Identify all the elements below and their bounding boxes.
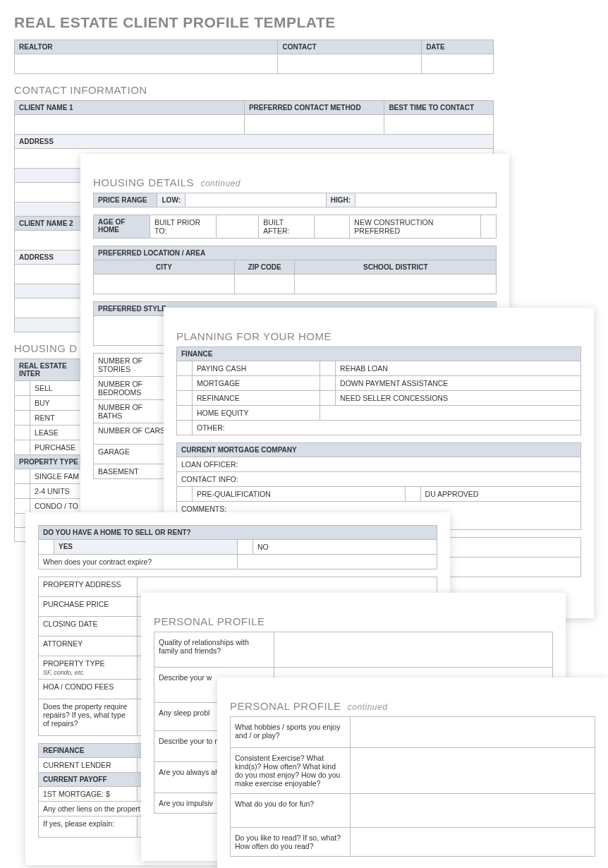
sell-rent-header: DO YOU HAVE A HOME TO SELL OR RENT? — [39, 526, 437, 540]
low-label: LOW: — [157, 193, 186, 207]
chk-purchase[interactable] — [15, 440, 30, 455]
equity-rest — [320, 406, 581, 421]
high-input[interactable] — [355, 193, 497, 207]
chk-du[interactable] — [405, 487, 420, 502]
chk-lease[interactable] — [15, 426, 30, 440]
ptype-main: PROPERTY TYPE — [43, 659, 105, 668]
pp2-a1[interactable] — [351, 717, 595, 748]
contact-info-label: CONTACT INFO: — [177, 472, 581, 487]
chk-single[interactable] — [15, 469, 30, 484]
chk-other[interactable] — [177, 421, 193, 435]
hoa-label: HOA / CONDO FEES — [39, 680, 138, 699]
bedrooms-label: NUMBER OF BEDROOMS — [94, 377, 171, 400]
pp2-q4: Do you like to read? If so, what? How of… — [231, 828, 351, 857]
sell-rent-table: DO YOU HAVE A HOME TO SELL OR RENT? YES … — [38, 525, 437, 569]
chk-refinance[interactable] — [177, 391, 193, 406]
ptype-label: PROPERTY TYPESF, condo, etc. — [39, 656, 138, 680]
chk-prequal[interactable] — [177, 487, 193, 502]
zip-input[interactable] — [234, 275, 295, 294]
low-input[interactable] — [186, 193, 327, 207]
company-header: CURRENT MORTGAGE COMPANY — [177, 443, 581, 457]
yes: YES — [54, 540, 238, 555]
date-header: DATE — [422, 40, 494, 54]
chk-buy[interactable] — [15, 396, 30, 411]
location-table: PREFERRED LOCATION / AREA CITY ZIP CODE … — [93, 246, 497, 294]
officer-label: LOAN OFFICER: — [177, 457, 581, 472]
pp2-q2: Consistent Exercise? What kind(s)? How o… — [231, 748, 351, 794]
rehab: REHAB LOAN — [336, 361, 581, 376]
doc-title: REAL ESTATE CLIENT PROFILE TEMPLATE — [14, 14, 494, 31]
page-6: PERSONAL PROFILE continued What hobbies … — [217, 677, 608, 868]
continued-label: continued — [200, 179, 241, 188]
pp2-a2[interactable] — [351, 748, 595, 794]
numbers-table: NUMBER OF STORIES NUMBER OF BEDROOMS NUM… — [93, 353, 171, 479]
age-label: AGE OF HOME — [94, 215, 150, 239]
built-after-input[interactable] — [315, 215, 350, 239]
other: OTHER: — [193, 421, 581, 435]
date-cell[interactable] — [422, 54, 494, 74]
chk-concessions[interactable] — [320, 391, 336, 406]
continued-label-2: continued — [348, 702, 388, 712]
top-info-table: REALTOR CONTACT DATE — [14, 40, 494, 74]
finance-header: FINANCE — [177, 347, 581, 361]
chk-rent[interactable] — [15, 411, 30, 426]
chk-no[interactable] — [237, 540, 253, 555]
cash: PAYING CASH — [193, 361, 320, 376]
chk-down[interactable] — [320, 376, 336, 391]
expire-label: When does your contract expire? — [39, 555, 238, 569]
contact-cell[interactable] — [278, 54, 422, 74]
pp1-q1: Quality of relationships with family and… — [154, 632, 274, 668]
built-after-label: BUILT AFTER: — [259, 215, 315, 239]
chk-new-const[interactable] — [481, 215, 497, 239]
prop-addr-label: PROPERTY ADDRESS — [39, 577, 138, 597]
baths-label: NUMBER OF BATHS — [94, 400, 171, 423]
contact-header: CONTACT — [278, 40, 422, 54]
pp2-a3[interactable] — [351, 794, 595, 828]
city-header: CITY — [94, 260, 235, 275]
best-time-cell[interactable] — [384, 115, 494, 135]
chk-rehab[interactable] — [320, 361, 336, 376]
school-header: SCHOOL DISTRICT — [295, 260, 497, 275]
pp2-q3: What do you do for fun? — [231, 794, 351, 828]
closing-label: CLOSING DATE — [39, 617, 138, 637]
chk-sell[interactable] — [15, 381, 30, 396]
chk-cash[interactable] — [177, 361, 193, 376]
chk-units[interactable] — [15, 484, 30, 499]
city-input[interactable] — [94, 275, 235, 294]
housing-cont-heading: HOUSING DETAILS continued — [93, 176, 497, 188]
chk-equity[interactable] — [177, 406, 193, 421]
basement-label: BASEMENT — [94, 464, 171, 479]
chk-mortgage[interactable] — [177, 376, 193, 391]
price-range-label: PRICE RANGE — [94, 193, 157, 207]
pref-loc-header: PREFERRED LOCATION / AREA — [94, 246, 497, 260]
pref-method-header: PREFERRED CONTACT METHOD — [244, 101, 384, 115]
contact-info-heading: CONTACT INFORMATION — [14, 84, 494, 96]
equity: HOME EQUITY — [193, 406, 320, 421]
best-time-header: BEST TIME TO CONTACT — [384, 101, 494, 115]
garage-label: GARAGE — [94, 445, 171, 464]
new-const-label: NEW CONSTRUCTION PREFERRED — [350, 215, 481, 239]
price-label: PURCHASE PRICE — [39, 597, 138, 617]
du: DU APPROVED — [420, 487, 580, 502]
personal2-main: PERSONAL PROFILE — [230, 700, 341, 712]
method-cell[interactable] — [244, 115, 384, 135]
built-prior-input[interactable] — [217, 215, 259, 239]
school-input[interactable] — [295, 275, 497, 294]
refinance: REFINANCE — [193, 391, 320, 406]
client1-header: CLIENT NAME 1 — [15, 101, 245, 115]
high-label: HIGH: — [326, 193, 355, 207]
no: NO — [253, 540, 437, 555]
planning-heading: PLANNING FOR YOUR HOME — [176, 330, 581, 342]
client1-cell[interactable] — [15, 115, 245, 135]
pp2-q1: What hobbies / sports you enjoy and / or… — [231, 717, 351, 748]
pp1-a1[interactable] — [274, 632, 553, 668]
chk-yes[interactable] — [39, 540, 54, 555]
chk-condo[interactable] — [15, 499, 30, 514]
housing-cont-main: HOUSING DETAILS — [93, 176, 194, 188]
mortgage: MORTGAGE — [193, 376, 320, 391]
cars-label: NUMBER OF CARS — [94, 423, 171, 445]
expire-input[interactable] — [237, 555, 437, 569]
realtor-cell[interactable] — [15, 54, 278, 74]
pp2-a4[interactable] — [351, 828, 595, 857]
age-of-home-table: AGE OF HOME BUILT PRIOR TO: BUILT AFTER:… — [93, 215, 497, 239]
